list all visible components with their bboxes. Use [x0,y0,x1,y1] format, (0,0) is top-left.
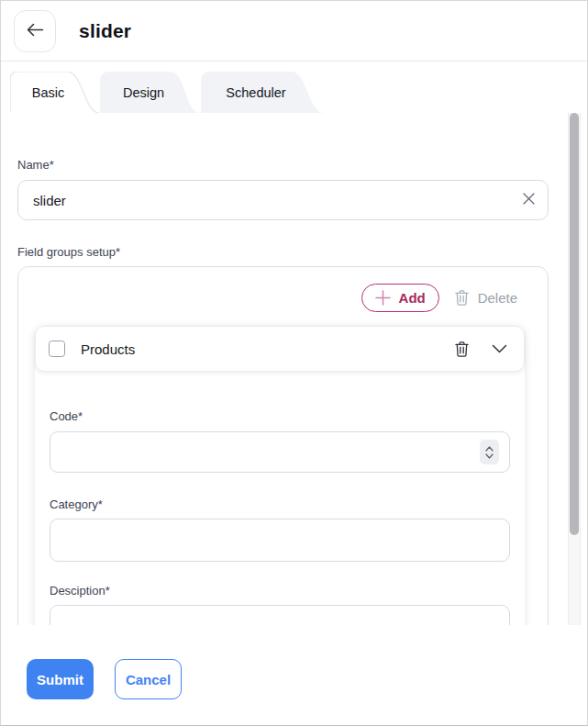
clear-x-icon [523,193,535,207]
description-input[interactable] [50,605,510,625]
clear-name-button[interactable] [522,193,536,207]
plus-icon [375,290,391,306]
description-input-wrap [50,605,510,625]
category-input[interactable] [50,519,510,562]
spinner-up-icon [485,446,494,452]
footer: Submit Cancel [1,625,587,726]
scrollbar[interactable] [568,113,581,625]
group-header[interactable]: Products [35,326,525,372]
add-button-label: Add [399,290,426,306]
code-field-label: Code* [50,408,510,424]
submit-button[interactable]: Submit [27,659,94,699]
back-button[interactable] [14,10,56,52]
tab-design[interactable]: Design [100,72,200,113]
tab-bar: Basic Design Scheduler [1,61,587,113]
group-title: Products [81,341,452,357]
form-content: Name* Field groups setup* [1,157,587,625]
code-input-wrap [50,431,510,473]
group-checkbox[interactable] [49,341,65,357]
page: slider Basic Design Scheduler Name* [0,0,588,726]
app-header: slider [1,1,587,61]
group-body: Code* Cate [35,372,525,625]
number-spinner[interactable] [480,440,499,464]
group-delete-button[interactable] [452,339,472,360]
description-field-label: Desciption* [50,583,510,598]
tab-basic-label: Basic [10,72,99,113]
scroll-area: Name* Field groups setup* [1,113,587,625]
tab-scheduler[interactable]: Scheduler [201,72,324,113]
category-field-label: Category* [50,497,510,512]
chevron-down-icon [492,344,507,353]
tab-design-label: Design [100,72,200,113]
delete-button[interactable]: Delete [454,289,517,307]
name-input-wrap [17,180,549,220]
delete-button-label: Delete [478,290,517,306]
scrollbar-thumb[interactable] [570,113,579,535]
name-input[interactable] [17,180,549,220]
tab-basic[interactable]: Basic [10,72,99,113]
group-collapse-button[interactable] [490,342,509,355]
spinner-down-icon [485,453,494,459]
group-toolbar: Add Delete [35,284,525,312]
product-group-card: Products [35,326,525,625]
add-button[interactable]: Add [361,284,439,312]
name-field-label: Name* [17,157,549,173]
field-groups-card: Add Delete Products [17,266,549,625]
cancel-button[interactable]: Cancel [115,659,182,699]
code-input[interactable] [50,431,510,473]
arrow-left-icon [26,23,44,39]
tab-scheduler-label: Scheduler [201,72,324,113]
trash-icon [454,341,470,358]
page-title: slider [79,20,131,42]
trash-icon [454,289,470,307]
field-groups-label: Field groups setup* [17,244,549,260]
category-input-wrap [50,519,510,562]
